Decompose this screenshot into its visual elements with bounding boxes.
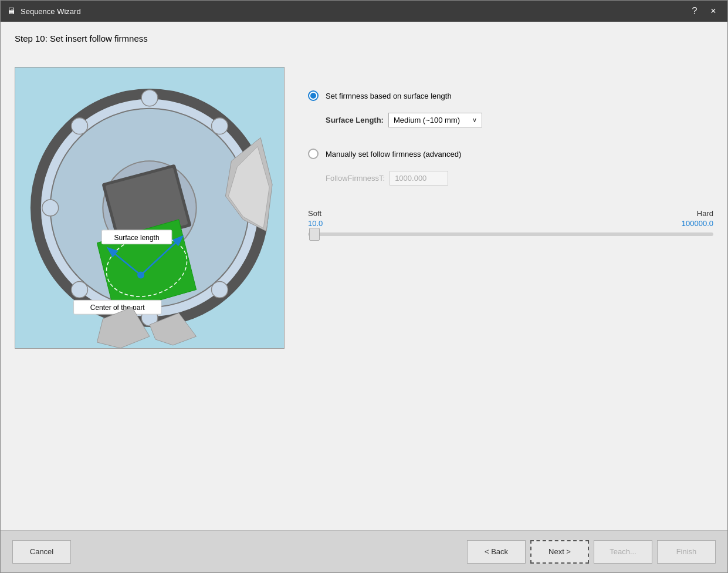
help-button[interactable]: ?	[686, 3, 703, 19]
step-title: Step 10: Set insert follow firmness	[15, 33, 713, 43]
content-area: Step 10: Set insert follow firmness	[1, 22, 727, 530]
svg-point-11	[72, 118, 88, 134]
window-title: Sequence Wizard	[21, 7, 686, 16]
svg-point-9	[72, 281, 88, 298]
controls-panel: Set firmness based on surface length Sur…	[308, 55, 713, 518]
follow-firmness-input[interactable]	[390, 171, 448, 186]
slider-thumb[interactable]	[309, 228, 320, 241]
slider-labels: Soft Hard	[308, 209, 713, 218]
window-icon: 🖥	[6, 6, 16, 16]
slider-section: Soft Hard 10.0 100000.0	[308, 209, 713, 236]
option2-radio[interactable]	[308, 149, 319, 159]
option2-row: Manually set follow firmness (advanced)	[308, 149, 713, 159]
title-bar-controls: ? ×	[686, 3, 722, 19]
surface-length-value: Medium (~100 mm)	[394, 116, 460, 124]
hard-value: 100000.0	[682, 219, 713, 228]
hard-label: Hard	[697, 209, 713, 218]
main-layout: Surface length Center of the part	[15, 55, 713, 518]
option1-radio[interactable]	[308, 90, 319, 101]
footer: Cancel < Back Next > Teach... Finish	[1, 530, 727, 572]
footer-right: < Back Next > Teach... Finish	[467, 540, 716, 564]
main-window: 🖥 Sequence Wizard ? × Step 10: Set inser…	[0, 0, 728, 573]
option1-label: Set firmness based on surface length	[326, 92, 452, 100]
svg-point-4	[141, 90, 158, 106]
slider-track[interactable]	[308, 232, 713, 236]
option2-label: Manually set follow firmness (advanced)	[326, 150, 461, 159]
option1-row: Set firmness based on surface length	[308, 90, 713, 101]
soft-value: 10.0	[308, 219, 323, 228]
diagram-container: Surface length Center of the part	[15, 67, 285, 349]
svg-point-10	[42, 200, 59, 216]
dropdown-arrow-icon: ∨	[472, 116, 477, 124]
follow-firmness-row: FollowFirmnessT:	[308, 171, 713, 186]
follow-firmness-label: FollowFirmnessT:	[326, 174, 385, 183]
finish-button[interactable]: Finish	[657, 540, 716, 564]
back-button[interactable]: < Back	[467, 540, 526, 564]
title-bar: 🖥 Sequence Wizard ? ×	[1, 1, 727, 22]
teach-button[interactable]: Teach...	[594, 540, 652, 564]
slider-values: 10.0 100000.0	[308, 219, 713, 228]
surface-length-label: Surface Length:	[326, 116, 384, 124]
svg-point-5	[212, 118, 228, 134]
svg-text:Surface length: Surface length	[114, 234, 160, 242]
surface-length-dropdown[interactable]: Medium (~100 mm) ∨	[388, 113, 482, 127]
next-button[interactable]: Next >	[530, 540, 589, 564]
cancel-button[interactable]: Cancel	[12, 540, 71, 564]
image-panel: Surface length Center of the part	[15, 67, 285, 360]
svg-text:Center of the part: Center of the part	[90, 304, 145, 312]
svg-point-7	[212, 281, 228, 298]
surface-length-row: Surface Length: Medium (~100 mm) ∨	[308, 113, 713, 127]
close-button[interactable]: ×	[705, 3, 722, 19]
soft-label: Soft	[308, 209, 321, 218]
